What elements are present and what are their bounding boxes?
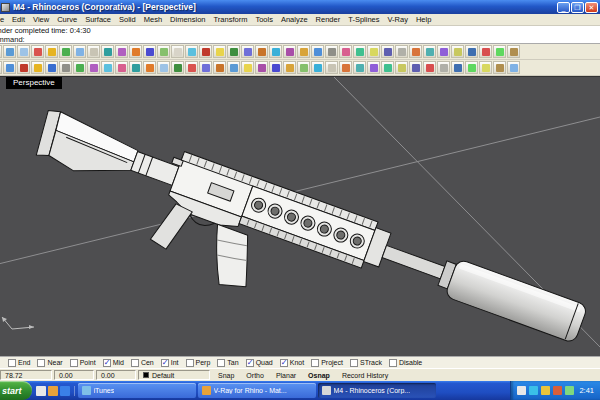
- start-button[interactable]: start: [0, 381, 32, 400]
- toolbar-icon[interactable]: [395, 45, 408, 58]
- toolbar-icon[interactable]: [199, 45, 212, 58]
- toolbar-icon[interactable]: [409, 45, 422, 58]
- toolbar-icon[interactable]: [241, 61, 254, 74]
- task-button[interactable]: M4 - Rhinoceros (Corp...: [318, 383, 436, 398]
- layer-indicator[interactable]: Default: [138, 370, 210, 380]
- toolbar-icon[interactable]: [311, 45, 324, 58]
- menu-item[interactable]: Surface: [81, 15, 115, 24]
- tray-icon[interactable]: [541, 386, 550, 395]
- osnap-toggle[interactable]: Knot: [280, 359, 304, 367]
- viewport[interactable]: Perspective: [0, 76, 600, 356]
- toolbar-icon[interactable]: [381, 61, 394, 74]
- toolbar-icon[interactable]: [185, 45, 198, 58]
- toolbar-icon[interactable]: [283, 61, 296, 74]
- menu-item[interactable]: Dimension: [166, 15, 209, 24]
- toolbar-icon[interactable]: [479, 45, 492, 58]
- toolbar-icon[interactable]: [339, 45, 352, 58]
- checkbox[interactable]: [311, 359, 319, 367]
- menu-item[interactable]: Edit: [8, 15, 29, 24]
- osnap-toggle[interactable]: STrack: [350, 359, 382, 367]
- osnap-toggle[interactable]: Near: [37, 359, 62, 367]
- toolbar-icon[interactable]: [297, 45, 310, 58]
- toolbar-icon[interactable]: [59, 45, 72, 58]
- checkbox[interactable]: [389, 359, 397, 367]
- osnap-toggle[interactable]: Project: [311, 359, 343, 367]
- toolbar-icon[interactable]: [367, 61, 380, 74]
- toolbar-icon[interactable]: [101, 61, 114, 74]
- toolbar-icon[interactable]: [353, 45, 366, 58]
- checkbox[interactable]: [8, 359, 16, 367]
- toolbar-icon[interactable]: [45, 45, 58, 58]
- menu-item[interactable]: Solid: [115, 15, 140, 24]
- toolbar-icon[interactable]: [311, 61, 324, 74]
- toolbar-icon[interactable]: [325, 61, 338, 74]
- toolbar-icon[interactable]: [17, 45, 30, 58]
- toolbar-icon[interactable]: [0, 61, 2, 74]
- checkbox[interactable]: [350, 359, 358, 367]
- checkbox[interactable]: [280, 359, 288, 367]
- status-pane[interactable]: Record History: [336, 372, 394, 379]
- toolbar-icon[interactable]: [451, 45, 464, 58]
- toolbar-icon[interactable]: [171, 61, 184, 74]
- menu-item[interactable]: Curve: [53, 15, 81, 24]
- toolbar-icon[interactable]: [213, 61, 226, 74]
- osnap-toggle[interactable]: Quad: [246, 359, 273, 367]
- status-pane[interactable]: Osnap: [302, 372, 336, 379]
- toolbar-icon[interactable]: [269, 61, 282, 74]
- toolbar-icon[interactable]: [255, 61, 268, 74]
- toolbar-icon[interactable]: [269, 45, 282, 58]
- quick-launch-icon[interactable]: [60, 386, 70, 396]
- toolbar-icon[interactable]: [0, 45, 2, 58]
- toolbar-icon[interactable]: [17, 61, 30, 74]
- maximize-button[interactable]: ❐: [571, 2, 584, 13]
- quick-launch-icon[interactable]: [48, 386, 58, 396]
- toolbar-icon[interactable]: [409, 61, 422, 74]
- checkbox[interactable]: [186, 359, 194, 367]
- toolbar-icon[interactable]: [129, 45, 142, 58]
- task-button[interactable]: iTunes: [78, 383, 196, 398]
- toolbar-icon[interactable]: [199, 61, 212, 74]
- menu-item[interactable]: Help: [412, 15, 435, 24]
- toolbar-icon[interactable]: [115, 61, 128, 74]
- tray-icon[interactable]: [517, 386, 526, 395]
- toolbar-icon[interactable]: [45, 61, 58, 74]
- checkbox[interactable]: [217, 359, 225, 367]
- menu-item[interactable]: T-Splines: [344, 15, 383, 24]
- toolbar-icon[interactable]: [339, 61, 352, 74]
- toolbar-icon[interactable]: [353, 61, 366, 74]
- toolbar-icon[interactable]: [437, 61, 450, 74]
- toolbar-icon[interactable]: [423, 45, 436, 58]
- menu-item[interactable]: Render: [312, 15, 345, 24]
- tray-icon[interactable]: [529, 386, 538, 395]
- checkbox[interactable]: [70, 359, 78, 367]
- menu-item[interactable]: Analyze: [277, 15, 312, 24]
- viewport-canvas[interactable]: [0, 77, 600, 356]
- quick-launch-icon[interactable]: [36, 386, 46, 396]
- toolbar-icon[interactable]: [101, 45, 114, 58]
- menu-item[interactable]: V-Ray: [383, 15, 411, 24]
- toolbar-icon[interactable]: [465, 61, 478, 74]
- osnap-toggle[interactable]: Point: [70, 359, 96, 367]
- toolbar-icon[interactable]: [507, 45, 520, 58]
- toolbar-icon[interactable]: [59, 61, 72, 74]
- task-button[interactable]: V-Ray for Rhino - Mat...: [198, 383, 316, 398]
- toolbar-icon[interactable]: [143, 61, 156, 74]
- toolbar-icon[interactable]: [3, 45, 16, 58]
- toolbar-icon[interactable]: [73, 45, 86, 58]
- osnap-toggle[interactable]: Disable: [389, 359, 422, 367]
- checkbox[interactable]: [103, 359, 111, 367]
- toolbar-icon[interactable]: [479, 61, 492, 74]
- toolbar-icon[interactable]: [423, 61, 436, 74]
- viewport-label[interactable]: Perspective: [6, 77, 62, 89]
- toolbar-icon[interactable]: [493, 61, 506, 74]
- osnap-toggle[interactable]: Int: [161, 359, 179, 367]
- checkbox[interactable]: [246, 359, 254, 367]
- tray-icon[interactable]: [565, 386, 574, 395]
- toolbar-icon[interactable]: [31, 61, 44, 74]
- toolbar-icon[interactable]: [465, 45, 478, 58]
- menu-item[interactable]: View: [29, 15, 53, 24]
- toolbar-icon[interactable]: [73, 61, 86, 74]
- toolbar-icon[interactable]: [437, 45, 450, 58]
- close-button[interactable]: ✕: [585, 2, 598, 13]
- menu-item[interactable]: Transform: [210, 15, 252, 24]
